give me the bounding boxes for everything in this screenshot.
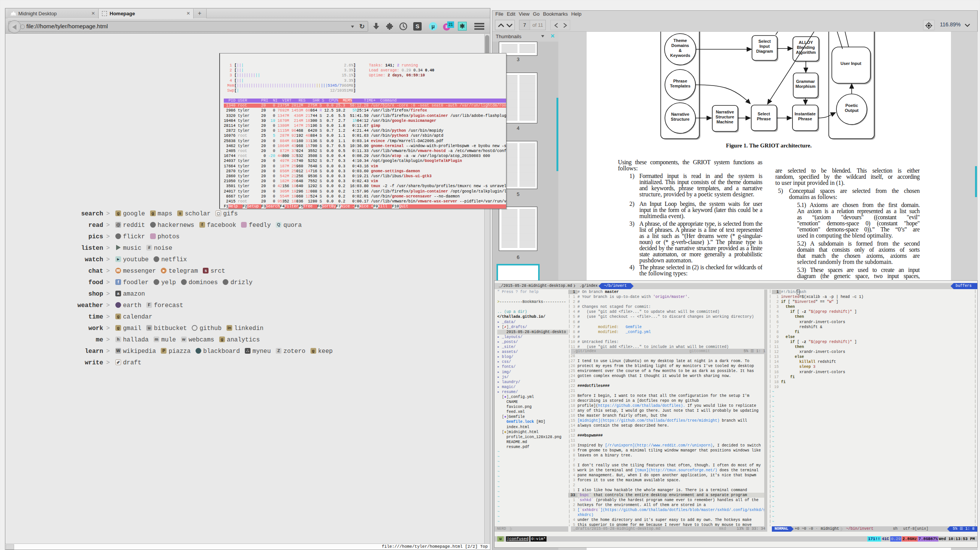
svg-text:Machine: Machine bbox=[716, 120, 733, 124]
svg-text:Phrase: Phrase bbox=[798, 116, 812, 121]
svg-text:Instantiate: Instantiate bbox=[794, 112, 815, 116]
svg-text:Blending: Blending bbox=[797, 45, 815, 50]
svg-text:&: & bbox=[679, 48, 682, 53]
svg-text:Select: Select bbox=[758, 39, 771, 44]
svg-text:Grammar: Grammar bbox=[796, 79, 815, 84]
svg-text:Narrative: Narrative bbox=[716, 110, 734, 114]
svg-text:Algorithm: Algorithm bbox=[796, 50, 816, 55]
svg-text:Output: Output bbox=[845, 108, 859, 113]
svg-text:Keywords: Keywords bbox=[670, 53, 691, 58]
svg-text:Theme: Theme bbox=[673, 38, 687, 43]
svg-text:Domains: Domains bbox=[671, 43, 689, 48]
svg-text:Morphism: Morphism bbox=[796, 84, 816, 89]
svg-text:Templates: Templates bbox=[670, 84, 691, 88]
svg-text:Select: Select bbox=[758, 112, 770, 116]
svg-text:Input: Input bbox=[760, 44, 770, 49]
svg-text:Phrase: Phrase bbox=[673, 79, 687, 83]
svg-text:Diagram: Diagram bbox=[756, 49, 773, 53]
svg-text:Structure: Structure bbox=[716, 115, 734, 119]
svg-text:Narrative: Narrative bbox=[671, 112, 689, 116]
svg-text:Structure: Structure bbox=[671, 117, 690, 121]
svg-text:Phrase: Phrase bbox=[757, 116, 771, 121]
svg-text:Poetic: Poetic bbox=[845, 103, 858, 108]
svg-text:User Input: User Input bbox=[841, 61, 862, 66]
